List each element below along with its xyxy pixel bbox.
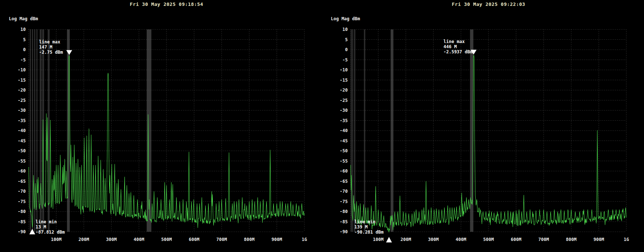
x-axis-tick-label: 900M [594, 237, 604, 242]
y-axis-tick-label: -90 [340, 229, 348, 234]
y-axis-tick-label: -70 [18, 189, 26, 194]
x-axis-tick-label: 700M [539, 237, 549, 242]
min-marker-amplitude: -90.281 dBm [354, 230, 383, 235]
y-axis-tick-label: -10 [18, 67, 26, 72]
x-axis-tick-label: 200M [401, 237, 411, 242]
y-axis-tick-label: -20 [18, 88, 26, 93]
y-axis-tick-label: -40 [18, 128, 26, 133]
y-axis-label: Log Mag dBm [331, 16, 360, 21]
y-axis-tick-label: 0 [345, 47, 348, 52]
max-marker-label: line max147 M-2.75 dBm [39, 39, 63, 55]
spectrum-panel-left: Fri 30 May 2025 09:18:54 Log Mag dBm1050… [0, 0, 322, 252]
y-axis-tick-label: -50 [340, 148, 348, 153]
x-axis-tick-label: 200M [79, 237, 89, 242]
y-axis-tick-label: 0 [23, 47, 26, 52]
y-axis-tick-label: -60 [340, 168, 348, 174]
y-axis-tick-label: -25 [340, 98, 348, 103]
x-axis-tick-label: 500M [483, 237, 494, 242]
y-axis-tick-label: -15 [340, 78, 348, 83]
y-axis-tick-label: -45 [18, 138, 26, 143]
spectrum-panel-right: Fri 30 May 2025 09:22:03 Log Mag dBm1050… [322, 0, 644, 252]
y-axis-tick-label: -85 [18, 219, 26, 224]
y-axis-tick-label: -30 [18, 108, 26, 113]
spectrum-plot-right: Log Mag dBm1050-5-10-15-20-25-30-35-40-4… [322, 0, 644, 252]
y-axis-tick-label: -80 [340, 209, 348, 214]
y-axis-tick-label: -5 [343, 57, 348, 63]
y-axis-tick-label: -65 [18, 179, 26, 184]
min-marker-amplitude: -87.812 dBm [36, 230, 65, 235]
y-axis-tick-label: -30 [340, 108, 348, 113]
max-marker-frequency: 147 M [39, 45, 52, 50]
x-axis-tick-label: 400M [134, 237, 144, 242]
x-axis-tick-label: 800M [566, 237, 577, 242]
highlight-band [364, 29, 365, 232]
y-axis-tick-label: -75 [18, 199, 26, 204]
x-axis-tick-label: 700M [217, 237, 227, 242]
x-axis-tick-label: 600M [511, 237, 522, 242]
y-axis-tick-label: -70 [340, 189, 348, 194]
y-axis-tick-label: 10 [343, 27, 348, 32]
y-axis-tick-label: -45 [340, 138, 348, 143]
spectrum-plot-left: Log Mag dBm1050-5-10-15-20-25-30-35-40-4… [0, 0, 322, 252]
y-axis-tick-label: -50 [18, 148, 26, 153]
y-axis-tick-label: -85 [340, 219, 348, 224]
x-axis-tick-label: 500M [161, 237, 172, 242]
x-axis-tick-label: 300M [106, 237, 117, 242]
y-axis-tick-label: -20 [340, 88, 348, 93]
y-axis-tick-label: -75 [340, 199, 348, 204]
min-marker-frequency: 139 M [354, 224, 368, 230]
y-axis-tick-label: -35 [340, 118, 348, 123]
x-axis-tick-label: 800M [244, 237, 255, 242]
y-axis-tick-label: -15 [18, 78, 26, 83]
x-axis-tick-label: 600M [189, 237, 200, 242]
y-axis-tick-label: 5 [23, 37, 26, 42]
min-marker-name: line min [36, 219, 57, 224]
min-marker-triangle-icon [386, 237, 392, 242]
max-marker-amplitude: -2.5937 dBm [444, 49, 473, 54]
y-axis-tick-label: 5 [345, 37, 348, 42]
max-marker-label: line max446 M-2.5937 dBm [444, 39, 473, 54]
y-axis-tick-label: -55 [340, 159, 348, 164]
y-axis-tick-label: -80 [18, 209, 26, 214]
min-marker-frequency: 13 M [36, 224, 46, 230]
x-axis-tick-label: 1G [302, 237, 307, 242]
x-axis-tick-label: 1G [624, 237, 629, 242]
max-marker-amplitude: -2.75 dBm [39, 50, 63, 55]
y-axis-tick-label: -25 [18, 98, 26, 103]
y-axis-tick-label: -55 [18, 159, 26, 164]
y-axis-label: Log Mag dBm [9, 16, 38, 21]
min-marker-label: line min139 M-90.281 dBm [354, 219, 383, 235]
y-axis-tick-label: 10 [21, 27, 26, 32]
y-axis-tick-label: -5 [21, 57, 26, 63]
y-axis-tick-label: -35 [18, 118, 26, 123]
x-axis-tick-label: 300M [428, 237, 439, 242]
y-axis-tick-label: -40 [340, 128, 348, 133]
y-axis-tick-label: -10 [340, 67, 348, 72]
spectrum-analyzer-screen: Fri 30 May 2025 09:18:54 Log Mag dBm1050… [0, 0, 644, 252]
x-axis-tick-label: 100M [373, 237, 384, 242]
max-marker-name: line max [39, 39, 60, 45]
y-axis-tick-label: -60 [18, 168, 26, 174]
x-axis-tick-label: 900M [272, 237, 282, 242]
x-axis-tick-label: 400M [456, 237, 466, 242]
max-marker-name: line max [444, 39, 465, 44]
x-axis-tick-label: 100M [51, 237, 62, 242]
min-marker-name: line min [354, 219, 376, 224]
max-marker-frequency: 446 M [444, 44, 457, 49]
y-axis-tick-label: -65 [340, 179, 348, 184]
y-axis-tick-label: -90 [18, 229, 26, 234]
